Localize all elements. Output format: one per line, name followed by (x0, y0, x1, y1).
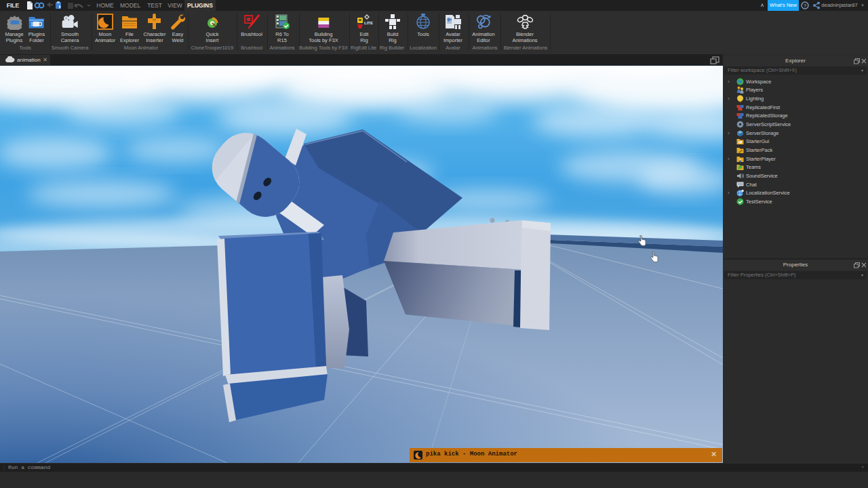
svg-text:?: ? (804, 3, 807, 9)
svg-text:LITE: LITE (364, 21, 373, 25)
